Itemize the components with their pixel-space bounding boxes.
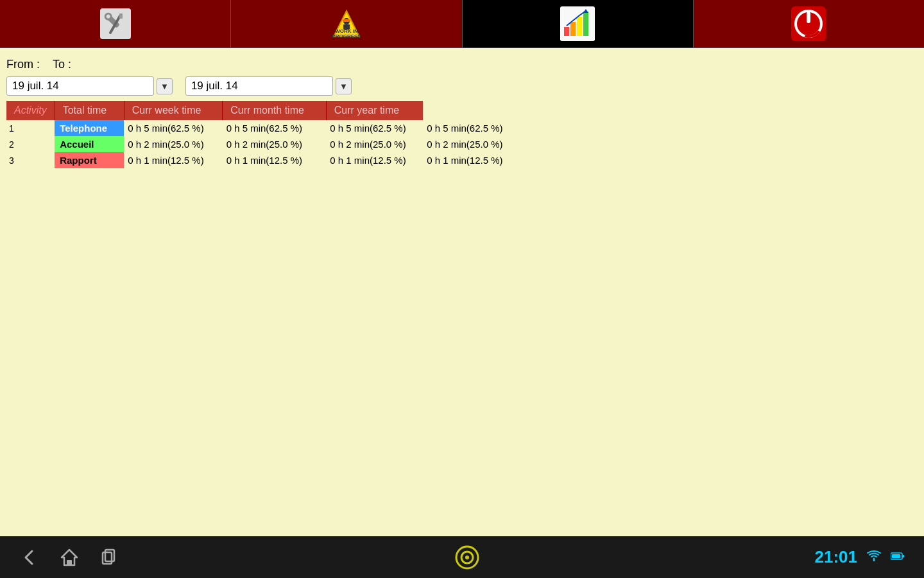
- col-header-week: Curr week time: [124, 101, 222, 120]
- nav-left-buttons: [19, 547, 119, 568]
- row-num: 3: [6, 152, 55, 168]
- from-date-input[interactable]: [6, 76, 154, 96]
- svg-rect-16: [583, 12, 588, 36]
- row-week: 0 h 2 min(25.0 %): [223, 136, 327, 152]
- row-total: 0 h 5 min(62.5 %): [124, 120, 222, 136]
- row-month: 0 h 2 min(25.0 %): [326, 136, 423, 152]
- nav-center: [455, 545, 479, 570]
- time-display: 21:01: [815, 547, 858, 567]
- to-date-wrapper: To :: [53, 58, 71, 71]
- from-date-wrapper: From :: [6, 58, 40, 71]
- nav-right: 21:01: [815, 547, 905, 567]
- svg-rect-30: [902, 555, 904, 557]
- svg-rect-21: [807, 12, 810, 23]
- from-date-arrow[interactable]: ▼: [157, 78, 173, 94]
- to-date-input-wrapper: ▼: [185, 76, 352, 96]
- row-total: 0 h 2 min(25.0 %): [124, 136, 222, 152]
- row-week: 0 h 1 min(12.5 %): [223, 152, 327, 168]
- row-num: 2: [6, 136, 55, 152]
- table-row[interactable]: 3 Rapport 0 h 1 min(12.5 %) 0 h 1 min(12…: [6, 152, 520, 168]
- row-week: 0 h 5 min(62.5 %): [223, 120, 327, 136]
- activity-table: Activity Total time Curr week time Curr …: [6, 101, 520, 168]
- svg-text:PROGRESS: PROGRESS: [332, 33, 361, 39]
- to-date-input[interactable]: [185, 76, 333, 96]
- row-num: 1: [6, 120, 55, 136]
- date-filter-row: From : To :: [6, 58, 918, 71]
- svg-rect-10: [343, 24, 350, 30]
- svg-rect-5: [119, 13, 123, 19]
- table-row[interactable]: 1 Telephone 0 h 5 min(62.5 %) 0 h 5 min(…: [6, 120, 520, 136]
- col-header-month: Curr month time: [223, 101, 327, 120]
- row-month: 0 h 1 min(12.5 %): [326, 152, 423, 168]
- row-activity: Rapport: [55, 152, 124, 168]
- date-inputs-row: ▼ ▼: [6, 76, 918, 96]
- row-activity: Accueil: [55, 136, 124, 152]
- to-date-arrow[interactable]: ▼: [336, 78, 352, 94]
- svg-rect-23: [67, 560, 72, 565]
- home-button[interactable]: [59, 547, 80, 568]
- wifi-icon: [867, 550, 881, 565]
- col-header-year: Curr year time: [326, 101, 423, 120]
- svg-rect-11: [343, 19, 350, 22]
- svg-rect-15: [577, 17, 582, 36]
- table-row[interactable]: 2 Accueil 0 h 2 min(25.0 %) 0 h 2 min(25…: [6, 136, 520, 152]
- row-activity: Telephone: [55, 120, 124, 136]
- svg-rect-13: [564, 27, 569, 36]
- row-year: 0 h 2 min(25.0 %): [423, 136, 520, 152]
- battery-icon: [891, 550, 905, 564]
- svg-rect-31: [892, 554, 900, 558]
- from-date-input-wrapper: ▼: [6, 76, 173, 96]
- row-year: 0 h 5 min(62.5 %): [423, 120, 520, 136]
- home-circle-button[interactable]: [455, 545, 479, 570]
- settings-button[interactable]: [0, 0, 231, 48]
- wip-button[interactable]: WORK IN PROGRESS: [231, 0, 462, 48]
- top-toolbar: WORK IN PROGRESS: [0, 0, 924, 48]
- back-button[interactable]: [19, 547, 40, 568]
- svg-rect-14: [570, 22, 576, 36]
- power-button[interactable]: [694, 0, 924, 48]
- recents-button[interactable]: [99, 547, 119, 568]
- svg-point-28: [465, 556, 469, 559]
- row-total: 0 h 1 min(12.5 %): [124, 152, 222, 168]
- row-year: 0 h 1 min(12.5 %): [423, 152, 520, 168]
- main-content: From : To : ▼ ▼ Activity Total time Curr…: [0, 48, 924, 536]
- svg-rect-25: [105, 550, 114, 561]
- col-header-total: Total time: [55, 101, 124, 120]
- svg-rect-24: [103, 552, 112, 564]
- chart-button[interactable]: [463, 0, 694, 48]
- bottom-navbar: 21:01: [0, 536, 924, 578]
- row-month: 0 h 5 min(62.5 %): [326, 120, 423, 136]
- col-header-activity: Activity: [6, 101, 55, 120]
- from-label: From :: [6, 58, 40, 71]
- to-label: To :: [53, 58, 71, 71]
